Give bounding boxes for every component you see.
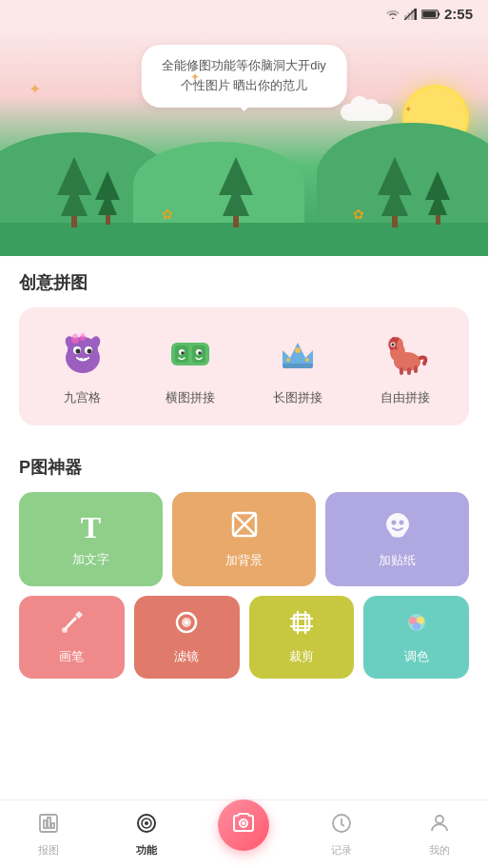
svg-rect-39 xyxy=(407,367,411,375)
tree-4 xyxy=(378,157,412,227)
signal-icon xyxy=(404,9,418,20)
puzzle-item-changtu[interactable]: 长图拼接 xyxy=(270,326,325,406)
svg-rect-16 xyxy=(80,358,83,361)
puzzle-item-hengtu[interactable]: 横图拼接 xyxy=(163,326,218,406)
puzzle-item-jiugongge[interactable]: 九宫格 xyxy=(55,326,110,406)
svg-rect-38 xyxy=(400,367,403,375)
record-icon xyxy=(330,812,353,840)
svg-point-31 xyxy=(286,358,290,362)
svg-rect-40 xyxy=(414,365,418,373)
ziyou-icon xyxy=(378,326,433,382)
mine-icon xyxy=(428,812,451,840)
pgod-add-text[interactable]: T 加文字 xyxy=(19,492,163,586)
pgod-add-sticker[interactable]: 加贴纸 xyxy=(325,492,469,586)
pgod-filter[interactable]: 滤镜 xyxy=(134,596,240,679)
speech-bubble: 全能修图功能等你脑洞大开diy 个性图片 晒出你的范儿 xyxy=(141,45,347,108)
wifi-icon xyxy=(385,9,400,20)
pgod-add-bg[interactable]: 加背景 xyxy=(172,492,316,586)
status-icons: 2:55 xyxy=(385,6,473,22)
add-sticker-label: 加贴纸 xyxy=(379,552,416,569)
svg-point-37 xyxy=(392,344,395,346)
svg-point-49 xyxy=(185,621,188,624)
color-label: 调色 xyxy=(404,648,429,665)
svg-rect-60 xyxy=(44,820,47,828)
jiugongge-label: 九宫格 xyxy=(64,389,101,406)
svg-point-58 xyxy=(413,622,420,630)
svg-point-44 xyxy=(391,521,396,525)
report-icon xyxy=(37,812,60,840)
svg-point-14 xyxy=(75,349,80,354)
add-sticker-icon xyxy=(382,509,413,546)
nav-item-mine[interactable]: 我的 xyxy=(390,812,488,858)
svg-point-65 xyxy=(145,821,148,825)
svg-point-67 xyxy=(242,821,245,825)
hero-banner: 全能修图功能等你脑洞大开diy 个性图片 晒出你的范儿 ✦ ✦ ✦ xyxy=(0,28,488,256)
svg-point-21 xyxy=(81,333,85,337)
svg-point-46 xyxy=(62,627,68,633)
puzzle-grid: 九宫格 xyxy=(19,307,469,425)
svg-point-28 xyxy=(198,351,202,355)
pgod-section-title: P图神器 xyxy=(19,456,469,479)
svg-rect-61 xyxy=(48,818,50,828)
svg-rect-50 xyxy=(294,615,309,630)
crop-icon xyxy=(288,609,315,642)
ground-landscape: ✿ ✿ xyxy=(0,142,488,256)
filter-icon xyxy=(173,609,200,642)
tree-2 xyxy=(95,171,120,225)
flower-1: ✿ xyxy=(162,207,173,222)
nav-item-record[interactable]: 记录 xyxy=(293,812,391,858)
nav-camera[interactable] xyxy=(195,819,293,851)
ziyou-label: 自由拼接 xyxy=(381,389,430,406)
pgod-bottom-grid: 画笔 滤镜 xyxy=(19,596,469,679)
crop-label: 裁剪 xyxy=(289,648,314,665)
svg-point-69 xyxy=(436,816,443,823)
camera-button[interactable] xyxy=(218,799,269,851)
add-text-label: 加文字 xyxy=(72,551,109,568)
bottom-nav: 报图 功能 xyxy=(0,799,488,868)
svg-rect-7 xyxy=(422,11,436,17)
brush-label: 画笔 xyxy=(59,648,84,665)
tree-1 xyxy=(57,157,91,227)
pgod-crop[interactable]: 裁剪 xyxy=(249,596,355,679)
camera-icon xyxy=(231,810,256,840)
changtu-icon xyxy=(270,326,325,382)
add-bg-label: 加背景 xyxy=(225,552,263,569)
cloud-1 xyxy=(341,104,393,121)
nav-item-report[interactable]: 报图 xyxy=(0,812,98,858)
svg-point-32 xyxy=(305,358,309,362)
add-text-icon: T xyxy=(81,510,101,545)
deco-star-1: ✦ xyxy=(29,80,41,98)
hengtu-icon xyxy=(163,326,218,382)
svg-rect-29 xyxy=(283,364,313,368)
tree-5 xyxy=(425,171,450,225)
color-icon xyxy=(403,609,430,642)
pgod-top-grid: T 加文字 加背景 xyxy=(19,492,469,586)
pgod-color[interactable]: 调色 xyxy=(363,596,469,679)
puzzle-section-title: 创意拼图 xyxy=(19,271,469,294)
nav-label-function: 功能 xyxy=(136,843,157,858)
pgod-section: P图神器 T 加文字 加背景 xyxy=(0,441,488,679)
tree-3 xyxy=(219,157,253,227)
puzzle-item-ziyou[interactable]: 自由拼接 xyxy=(378,326,433,406)
nav-label-report: 报图 xyxy=(38,843,59,858)
nav-label-mine: 我的 xyxy=(429,843,450,858)
puzzle-section: 创意拼图 xyxy=(0,256,488,425)
nav-label-record: 记录 xyxy=(331,843,352,858)
jiugongge-icon xyxy=(55,326,110,382)
svg-point-19 xyxy=(72,334,77,339)
svg-point-45 xyxy=(399,521,403,525)
changtu-label: 长图拼接 xyxy=(273,389,322,406)
deco-star-3: ✦ xyxy=(404,104,412,114)
svg-rect-62 xyxy=(51,823,54,828)
hengtu-label: 横图拼接 xyxy=(166,389,215,406)
deco-star-2: ✦ xyxy=(190,70,200,84)
brush-icon xyxy=(58,609,85,642)
status-bar: 2:55 xyxy=(0,0,488,28)
battery-icon xyxy=(421,9,440,20)
filter-label: 滤镜 xyxy=(174,648,199,665)
nav-item-function[interactable]: 功能 xyxy=(98,812,196,858)
function-icon xyxy=(135,812,158,840)
add-bg-icon xyxy=(229,509,260,546)
main-content: 创意拼图 xyxy=(0,256,488,868)
pgod-brush[interactable]: 画笔 xyxy=(19,596,125,679)
